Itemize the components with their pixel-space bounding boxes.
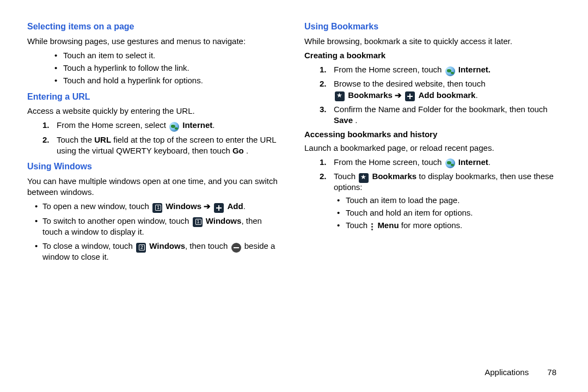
list-item: Touch and hold a hyperlink for options. xyxy=(27,75,284,86)
list-item: Touch an item to select it. xyxy=(27,50,284,61)
list-item: 3. Confirm the Name and Folder for the b… xyxy=(304,104,561,126)
bookmarks-icon xyxy=(359,173,369,183)
page-number: 78 xyxy=(547,367,556,377)
text: Access a website quickly by entering the… xyxy=(27,106,284,117)
bookmarks-icon xyxy=(335,91,345,101)
list-item: To close a window, touch Windows, then t… xyxy=(27,241,284,263)
globe-icon xyxy=(445,158,455,168)
page-footer: Applications 78 xyxy=(485,367,556,377)
text: Launch a bookmarked page, or reload rece… xyxy=(304,143,561,154)
list-item: 2. Browse to the desired website, then t… xyxy=(304,78,561,101)
bullet-list: To open a new window, touch Windows ➔ Ad… xyxy=(27,201,284,262)
arrow-icon: ➔ xyxy=(204,201,211,211)
globe-icon xyxy=(169,122,179,132)
list-item: 2. Touch the URL field at the top of the… xyxy=(27,134,284,157)
subheading-creating-bookmark: Creating a bookmark xyxy=(304,50,561,61)
right-column: Using Bookmarks While browsing, bookmark… xyxy=(304,16,561,348)
text: While browsing pages, use gestures and m… xyxy=(27,36,284,47)
text: You can have multiple windows open at on… xyxy=(27,176,284,198)
list-item: To switch to another open window, touch … xyxy=(27,216,284,238)
numbered-list: 1. From the Home screen, select Internet… xyxy=(27,120,284,156)
windows-icon xyxy=(193,217,203,227)
list-item: Touch an item to load the page. xyxy=(310,195,561,206)
plus-icon xyxy=(214,203,224,213)
numbered-list: 1. From the Home screen, touch Internet.… xyxy=(304,64,561,126)
list-item: 1. From the Home screen, select Internet… xyxy=(27,120,284,131)
heading-using-windows: Using Windows xyxy=(27,161,284,173)
text: While browsing, bookmark a site to quick… xyxy=(304,36,561,47)
windows-icon xyxy=(152,203,162,213)
list-item: Touch and hold an item for options. xyxy=(310,207,561,218)
list-item: 1. From the Home screen, touch Internet. xyxy=(304,64,561,75)
bullet-list: Touch an item to load the page. Touch an… xyxy=(310,195,561,231)
globe-icon xyxy=(445,66,455,76)
list-item: 2. Touch Bookmarks to display bookmarks,… xyxy=(304,171,561,231)
left-column: Selecting items on a page While browsing… xyxy=(27,16,284,348)
list-item: Touch Menu for more options. xyxy=(310,220,561,231)
heading-selecting: Selecting items on a page xyxy=(27,21,284,33)
bullet-list: Touch an item to select it. Touch a hype… xyxy=(27,50,284,87)
windows-icon xyxy=(136,243,146,253)
subheading-accessing-bookmarks: Accessing bookmarks and history xyxy=(304,129,561,140)
heading-using-bookmarks: Using Bookmarks xyxy=(304,21,561,33)
section-title: Applications xyxy=(485,367,529,377)
list-item: To open a new window, touch Windows ➔ Ad… xyxy=(27,201,284,212)
menu-icon xyxy=(371,222,374,232)
arrow-icon: ➔ xyxy=(395,90,402,100)
heading-entering-url: Entering a URL xyxy=(27,91,284,103)
list-item: Touch a hyperlink to follow the link. xyxy=(27,63,284,74)
plus-icon xyxy=(405,91,415,101)
list-item: 1. From the Home screen, touch Internet. xyxy=(304,157,561,168)
numbered-list: 1. From the Home screen, touch Internet.… xyxy=(304,157,561,231)
close-window-icon xyxy=(231,243,241,253)
